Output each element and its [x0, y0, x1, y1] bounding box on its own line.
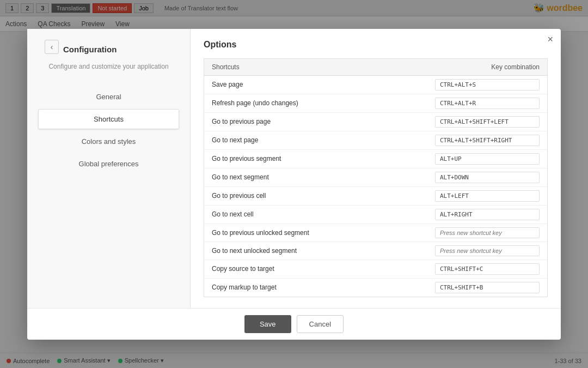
shortcut-action: Go to next cell — [204, 205, 427, 224]
table-row: Go to next cell — [204, 205, 547, 224]
shortcut-action: Go to previous unlocked segment — [204, 224, 427, 242]
shortcut-key-input[interactable] — [435, 263, 540, 275]
sidebar-item-shortcuts[interactable]: Shortcuts — [38, 109, 179, 129]
sidebar-back-button[interactable]: ‹ — [45, 40, 59, 54]
shortcut-key-cell — [427, 149, 547, 168]
table-row: Go to next unlocked segment — [204, 242, 547, 260]
table-row: Refresh page (undo changes) — [204, 94, 547, 112]
shortcut-action: Go to previous page — [204, 112, 427, 131]
shortcut-key-cell — [427, 186, 547, 205]
sidebar-subtitle: Configure and customize your application — [32, 63, 185, 70]
shortcut-action: Save page — [204, 75, 427, 94]
shortcut-action: Copy markup to target — [204, 278, 427, 297]
table-row: Go to previous cell — [204, 186, 547, 205]
shortcut-action: Go to next page — [204, 131, 427, 149]
shortcut-key-input[interactable] — [435, 209, 540, 220]
sidebar-title: Configuration — [63, 45, 117, 54]
shortcuts-table: Shortcuts Key combination Save pageRefre… — [204, 59, 547, 297]
shortcut-key-input[interactable] — [435, 116, 540, 128]
table-header-row: Shortcuts Key combination — [204, 59, 547, 76]
shortcut-key-cell — [427, 75, 547, 94]
shortcut-key-cell — [427, 205, 547, 224]
table-row: Go to next segment — [204, 168, 547, 186]
shortcut-key-cell — [427, 112, 547, 131]
content-title: Options — [204, 40, 548, 50]
shortcut-key-cell — [427, 131, 547, 149]
table-row: Save page — [204, 75, 547, 94]
table-row: Go to previous page — [204, 112, 547, 131]
shortcut-key-input[interactable] — [435, 98, 540, 109]
shortcut-action: Go to previous cell — [204, 186, 427, 205]
shortcut-action: Show markup menu — [204, 297, 427, 297]
shortcut-key-input[interactable] — [435, 172, 540, 183]
sidebar-item-colors[interactable]: Colors and styles — [38, 131, 179, 152]
config-sidebar: ‹ Configuration Configure and customize … — [27, 29, 191, 308]
shortcut-action: Refresh page (undo changes) — [204, 94, 427, 112]
configuration-modal: × ‹ Configuration Configure and customiz… — [27, 29, 561, 340]
sidebar-nav: General Shortcuts Colors and styles Glob… — [27, 87, 190, 174]
shortcut-key-input[interactable] — [435, 282, 540, 293]
shortcut-action: Go to next segment — [204, 168, 427, 186]
shortcut-key-cell — [427, 94, 547, 112]
table-row: Copy markup to target — [204, 278, 547, 297]
shortcut-key-input[interactable] — [435, 227, 540, 238]
shortcut-key-cell — [427, 168, 547, 186]
shortcut-key-cell — [427, 278, 547, 297]
shortcut-key-input[interactable] — [435, 153, 540, 165]
modal-overlay: × ‹ Configuration Configure and customiz… — [0, 0, 588, 368]
shortcut-action: Go to next unlocked segment — [204, 242, 427, 260]
shortcut-action: Copy source to target — [204, 260, 427, 278]
table-row: Go to previous unlocked segment — [204, 224, 547, 242]
modal-body: ‹ Configuration Configure and customize … — [27, 29, 561, 308]
table-row: Go to previous segment — [204, 149, 547, 168]
cancel-button[interactable]: Cancel — [297, 315, 344, 333]
sidebar-item-global[interactable]: Global preferences — [38, 154, 179, 174]
modal-footer: Save Cancel — [27, 308, 561, 340]
table-row: Go to next page — [204, 131, 547, 149]
config-content: Options Shortcuts Key combination Save p… — [191, 29, 561, 308]
table-row: Copy source to target — [204, 260, 547, 278]
col-key-combination: Key combination — [427, 59, 547, 76]
col-shortcuts: Shortcuts — [204, 59, 427, 76]
close-button[interactable]: × — [547, 34, 553, 44]
shortcuts-table-wrapper[interactable]: Shortcuts Key combination Save pageRefre… — [204, 58, 548, 297]
sidebar-item-general[interactable]: General — [38, 87, 179, 107]
shortcut-key-cell — [427, 224, 547, 242]
shortcut-key-input[interactable] — [435, 135, 540, 146]
shortcut-key-input[interactable] — [435, 190, 540, 202]
shortcut-key-cell — [427, 260, 547, 278]
shortcut-key-cell — [427, 297, 547, 297]
shortcut-key-cell — [427, 242, 547, 260]
save-button[interactable]: Save — [244, 315, 291, 333]
table-row: Show markup menu — [204, 297, 547, 297]
shortcut-key-input[interactable] — [435, 245, 540, 256]
shortcut-key-input[interactable] — [435, 79, 540, 91]
shortcut-action: Go to previous segment — [204, 149, 427, 168]
